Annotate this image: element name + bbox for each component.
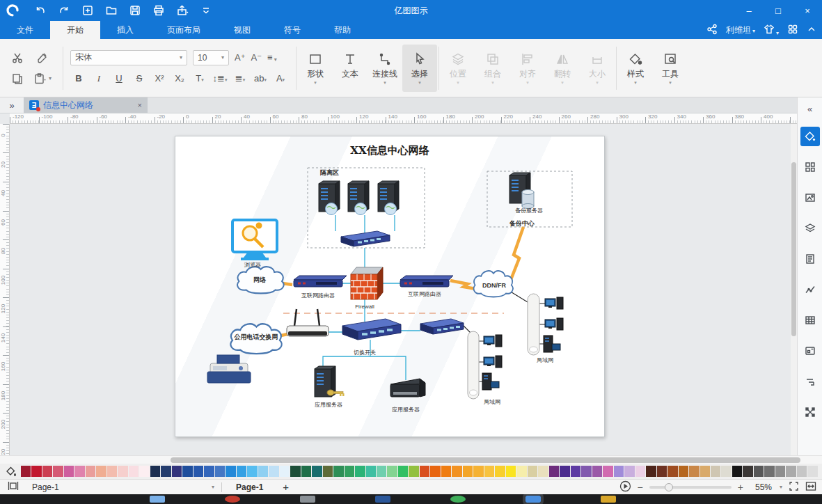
color-swatch[interactable]: [118, 466, 127, 477]
color-swatch[interactable]: [312, 466, 322, 477]
document-tab[interactable]: Ǝ 信息中心网络 ×: [24, 97, 148, 113]
zoom-dropdown-icon[interactable]: ▾: [780, 484, 782, 490]
layers-panel-button[interactable]: [800, 219, 820, 238]
color-swatch[interactable]: [441, 466, 451, 477]
minimize-button[interactable]: –: [734, 0, 764, 21]
color-swatch[interactable]: [129, 466, 139, 477]
color-swatch[interactable]: [193, 466, 203, 477]
color-swatch[interactable]: [538, 466, 548, 477]
insert-picture-button[interactable]: [800, 188, 820, 207]
color-swatch[interactable]: [667, 466, 677, 477]
select-button[interactable]: 选择▾: [402, 45, 437, 92]
color-swatch[interactable]: [430, 466, 440, 477]
menu-tab-7[interactable]: 帮助: [317, 21, 367, 39]
color-swatch[interactable]: [700, 466, 710, 477]
color-swatch[interactable]: [560, 466, 569, 477]
color-swatch[interactable]: [204, 466, 214, 477]
align-text-button[interactable]: ≡▾: [267, 52, 277, 63]
color-swatch[interactable]: [689, 466, 699, 477]
decrease-font-button[interactable]: A⁻: [251, 52, 262, 63]
menu-tab-2[interactable]: 开始: [50, 21, 100, 39]
color-swatch[interactable]: [764, 466, 774, 477]
document-tab-close-icon[interactable]: ×: [138, 101, 142, 109]
bullet-list-button[interactable]: ≣▾: [232, 73, 248, 84]
color-swatch[interactable]: [549, 466, 559, 477]
chart-panel-button[interactable]: [800, 280, 820, 299]
lan-backbone-center[interactable]: [468, 331, 502, 399]
color-swatch[interactable]: [398, 466, 408, 477]
copy-button[interactable]: [11, 72, 24, 85]
backup-server[interactable]: [509, 173, 534, 209]
menu-tab-1[interactable]: 文件: [0, 21, 50, 39]
style-button[interactable]: 样式▾: [618, 45, 653, 92]
color-swatch[interactable]: [506, 466, 516, 477]
color-swatch[interactable]: [646, 466, 656, 477]
printer-node[interactable]: [207, 355, 251, 383]
font-color-button[interactable]: A▾: [272, 73, 289, 84]
increase-font-button[interactable]: A⁺: [235, 52, 246, 63]
zoom-slider-knob[interactable]: [665, 483, 673, 491]
color-swatch[interactable]: [786, 466, 796, 477]
underline-button[interactable]: U: [111, 73, 127, 84]
color-swatch[interactable]: [484, 466, 494, 477]
new-document-button[interactable]: [81, 3, 95, 17]
apps-grid-icon[interactable]: [787, 24, 798, 37]
taskbar-app-6[interactable]: [525, 496, 541, 503]
color-swatch[interactable]: [409, 466, 418, 477]
smart-node-panel-button[interactable]: [800, 402, 820, 422]
open-file-button[interactable]: [104, 3, 118, 17]
color-swatch[interactable]: [679, 466, 688, 477]
save-button[interactable]: [128, 3, 142, 17]
maximize-button[interactable]: □: [764, 0, 793, 21]
color-swatch[interactable]: [86, 466, 95, 477]
color-swatch[interactable]: [355, 466, 365, 477]
color-swatch[interactable]: [473, 466, 483, 477]
dmz-server-1[interactable]: [319, 181, 340, 215]
component-panel-button[interactable]: [800, 341, 820, 361]
color-swatch[interactable]: [139, 466, 149, 477]
symbol-library-button[interactable]: [800, 157, 820, 177]
firewall-node[interactable]: [351, 267, 383, 299]
internet-router-left[interactable]: [294, 276, 347, 287]
menu-tab-3[interactable]: 插入: [100, 21, 150, 39]
flip-button[interactable]: 翻转▾: [545, 45, 580, 92]
color-swatch[interactable]: [42, 466, 52, 477]
zoom-out-button[interactable]: −: [638, 482, 643, 493]
align-button[interactable]: 对齐▾: [510, 45, 545, 92]
italic-button[interactable]: I: [90, 73, 107, 84]
format-panel-button[interactable]: [800, 372, 820, 391]
menu-tab-5[interactable]: 视图: [217, 21, 267, 39]
export-button[interactable]: [175, 3, 189, 17]
color-swatch[interactable]: [182, 466, 192, 477]
horizontal-scrollbar[interactable]: [0, 455, 822, 464]
color-swatch[interactable]: [581, 466, 591, 477]
paste-button[interactable]: ▾: [33, 72, 52, 85]
taskbar-app-3[interactable]: [300, 496, 315, 503]
text-color-button[interactable]: T▾: [191, 73, 208, 84]
fill-style-panel-button[interactable]: [800, 127, 820, 146]
sidebar-collapse-icon[interactable]: «: [807, 100, 812, 117]
color-swatch[interactable]: [107, 466, 117, 477]
color-swatch[interactable]: [53, 466, 63, 477]
color-swatch[interactable]: [150, 466, 160, 477]
color-swatch[interactable]: [301, 466, 311, 477]
tools-button[interactable]: 工具▾: [653, 45, 688, 92]
color-swatch[interactable]: [592, 466, 602, 477]
color-swatch[interactable]: [366, 466, 376, 477]
table-panel-button[interactable]: [800, 310, 820, 330]
color-swatch[interactable]: [96, 466, 106, 477]
bold-button[interactable]: B: [70, 73, 87, 84]
color-swatch[interactable]: [345, 466, 354, 477]
color-swatch[interactable]: [452, 466, 461, 477]
color-swatch[interactable]: [495, 466, 505, 477]
size-button[interactable]: 大小▾: [580, 45, 615, 92]
zoom-in-button[interactable]: +: [738, 482, 743, 493]
text-button[interactable]: 文本: [333, 45, 367, 92]
page-setup-icon[interactable]: [7, 480, 19, 494]
menu-tab-6[interactable]: 符号: [267, 21, 317, 39]
color-swatch[interactable]: [280, 466, 290, 477]
dmz-server-3[interactable]: [378, 181, 399, 215]
main-switch[interactable]: [342, 319, 401, 340]
color-swatch[interactable]: [732, 466, 742, 477]
subscript-button[interactable]: X₂: [171, 73, 188, 84]
